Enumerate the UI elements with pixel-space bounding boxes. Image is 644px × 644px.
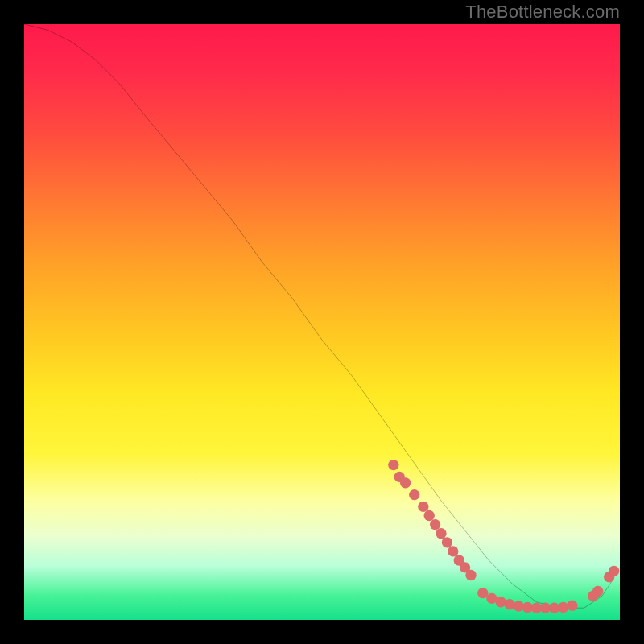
marker-dot [448, 546, 458, 556]
marker-dot [609, 566, 619, 576]
marker-dot [388, 460, 398, 470]
data-markers [388, 460, 619, 613]
marker-dot [430, 519, 440, 530]
chart-frame: TheBottleneck.com [0, 0, 644, 644]
marker-dot [400, 477, 411, 488]
marker-dot [592, 586, 603, 597]
marker-dot [418, 502, 428, 512]
marker-dot [424, 510, 435, 521]
bottleneck-curve [24, 24, 614, 608]
marker-dot [409, 489, 419, 500]
marker-dot [558, 602, 568, 613]
marker-dot [567, 601, 577, 611]
marker-dot [465, 570, 476, 580]
marker-dot [504, 599, 514, 609]
watermark-label: TheBottleneck.com [465, 2, 620, 23]
plot-area [24, 24, 620, 620]
marker-dot [442, 537, 452, 547]
marker-dot [436, 528, 446, 539]
marker-dot [477, 588, 488, 598]
curve-layer [24, 24, 620, 620]
